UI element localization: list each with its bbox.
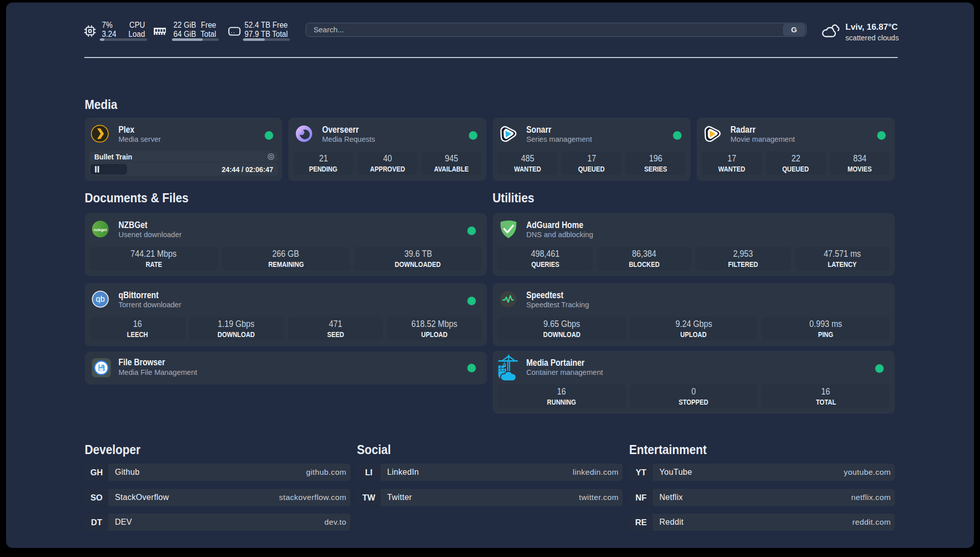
svg-text:nzbget: nzbget: [94, 228, 107, 232]
svg-text:qb: qb: [96, 295, 105, 303]
